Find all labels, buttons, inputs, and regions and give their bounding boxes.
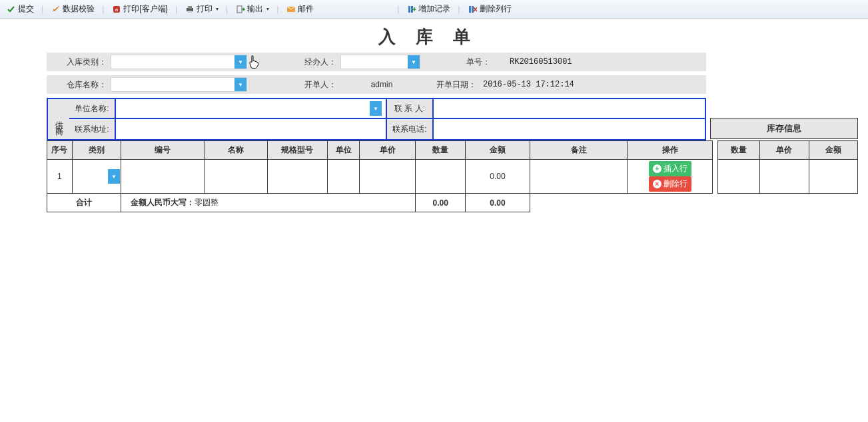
cell-stock-price	[760, 160, 809, 194]
sum-text-value: 零圆整	[195, 198, 218, 207]
cell-code[interactable]	[121, 160, 205, 194]
issuer-label: 开单人：	[287, 79, 340, 91]
sum-text: 金额人民币大写：零圆整	[121, 194, 416, 212]
print-icon	[185, 4, 195, 14]
chevron-down-icon[interactable]: ▼	[234, 78, 246, 91]
sum-text-prefix: 金额人民币大写：	[131, 198, 195, 207]
th-spec: 规格型号	[267, 141, 327, 160]
submit-button[interactable]: 提交	[3, 2, 37, 16]
svg-rect-9	[469, 6, 471, 13]
chevron-down-icon[interactable]: ▼	[108, 169, 120, 184]
print-button[interactable]: 打印 ▾	[181, 2, 222, 16]
stock-header: 库存信息	[710, 118, 858, 139]
th-name: 名称	[205, 141, 267, 160]
supplier-box: 供应商 单位名称: ▼ 联 系 人: 联系地址: 联系电话:	[47, 98, 706, 140]
unit-name-cell[interactable]: ▼	[116, 99, 387, 119]
chevron-down-icon[interactable]: ▼	[370, 101, 382, 116]
dropdown-arrow-icon: ▾	[266, 6, 269, 12]
cell-no: 1	[47, 160, 73, 194]
cell-price[interactable]	[360, 160, 416, 194]
form-row-1: 入库类别： ▼ 经办人： ▼ 单号： RK20160513001	[47, 53, 706, 71]
cell-name[interactable]	[205, 160, 267, 194]
add-row-label: 增加记录	[418, 3, 450, 15]
issue-date-value: 2016-05-13 17:12:14	[480, 80, 574, 89]
delete-row-icon	[468, 4, 478, 14]
delete-row-button[interactable]: 删除列行	[464, 2, 515, 16]
cell-qty[interactable]	[415, 160, 465, 194]
sum-label: 合计	[47, 194, 121, 212]
export-button[interactable]: 输出 ▾	[232, 2, 272, 16]
inbound-type-combo[interactable]: ▼	[111, 55, 247, 69]
delete-row-button[interactable]: × 删除行	[649, 176, 691, 192]
cell-spec[interactable]	[267, 160, 327, 194]
th-category: 类别	[72, 141, 121, 160]
handler-combo[interactable]: ▼	[340, 55, 420, 69]
svg-text:a: a	[115, 7, 119, 13]
th-operation: 操作	[628, 141, 713, 160]
phone-value-cell[interactable]	[434, 119, 705, 139]
svg-rect-4	[188, 11, 192, 13]
svg-rect-10	[472, 6, 474, 13]
email-button[interactable]: 邮件	[282, 2, 317, 16]
th-unit: 单位	[328, 141, 360, 160]
separator: |	[275, 5, 280, 14]
warehouse-combo[interactable]: ▼	[111, 77, 247, 92]
sum-amount: 0.00	[466, 194, 530, 212]
th-stock-amount: 金额	[809, 141, 857, 160]
submit-icon	[6, 4, 16, 14]
print-client-label: 打印[客户端]	[123, 3, 168, 15]
cell-remark[interactable]	[530, 160, 628, 194]
delete-row-label: 删除列行	[480, 3, 512, 15]
separator: |	[224, 5, 229, 14]
validate-button[interactable]: 数据校验	[47, 2, 98, 16]
contact-value-cell[interactable]	[434, 99, 705, 119]
address-label: 联系地址:	[69, 119, 116, 139]
supplier-side-label: 供应商	[48, 99, 69, 139]
plus-icon: +	[653, 164, 661, 173]
cell-stock-qty	[718, 160, 760, 194]
doc-no-value: RK20160513001	[507, 57, 572, 67]
separator: |	[396, 5, 400, 14]
cell-unit[interactable]	[328, 160, 360, 194]
chevron-down-icon[interactable]: ▼	[408, 55, 420, 69]
table-sum-row: 合计 金额人民币大写：零圆整 0.00 0.00	[47, 194, 858, 212]
th-remark: 备注	[530, 141, 628, 160]
th-code: 编号	[121, 141, 205, 160]
submit-label: 提交	[18, 3, 34, 15]
add-row-button[interactable]: 增加记录	[403, 2, 454, 16]
th-no: 序号	[47, 141, 73, 160]
th-stock-qty: 数量	[718, 141, 760, 160]
form-area: 入库类别： ▼ 经办人： ▼ 单号： RK20160513001 仓库名称： ▼…	[47, 53, 706, 94]
handler-label: 经办人：	[287, 57, 340, 68]
validate-icon	[51, 4, 61, 14]
print-client-button[interactable]: a 打印[客户端]	[108, 2, 171, 16]
export-icon	[235, 4, 245, 14]
cell-stock-amount	[809, 160, 857, 194]
th-qty: 数量	[415, 141, 465, 160]
dropdown-arrow-icon: ▾	[216, 6, 218, 12]
issuer-value: admin	[340, 80, 420, 89]
svg-rect-3	[188, 6, 192, 9]
table-row: 1 ▼ 0.00 + 插入行	[47, 160, 858, 194]
inbound-type-label: 入库类别：	[47, 57, 111, 68]
svg-rect-7	[408, 6, 410, 13]
page-title: 入库单	[0, 19, 868, 53]
chevron-down-icon[interactable]: ▼	[234, 55, 246, 69]
insert-row-button[interactable]: + 插入行	[649, 161, 691, 176]
print-label: 打印	[197, 3, 213, 15]
phone-label: 联系电话:	[387, 119, 434, 139]
sum-qty: 0.00	[415, 194, 465, 212]
th-stock-price: 单价	[760, 141, 809, 160]
separator: |	[101, 5, 105, 14]
table-header-row: 序号 类别 编号 名称 规格型号 单位 单价 数量 金额 备注 操作 数量 单价…	[47, 141, 858, 160]
add-row-icon	[406, 4, 416, 14]
doc-no-label: 单号：	[454, 57, 507, 68]
cell-category[interactable]: ▼	[72, 160, 121, 194]
address-value-cell[interactable]	[116, 119, 387, 139]
contact-label: 联 系 人:	[387, 99, 434, 119]
th-price: 单价	[360, 141, 416, 160]
separator: |	[456, 5, 461, 14]
toolbar: 提交 | 数据校验 | a 打印[客户端] | 打印 ▾ | 输出 ▾ | 邮件	[0, 0, 868, 19]
main-table: 序号 类别 编号 名称 规格型号 单位 单价 数量 金额 备注 操作 数量 单价…	[47, 140, 858, 212]
delete-row-label: 删除行	[663, 178, 687, 190]
